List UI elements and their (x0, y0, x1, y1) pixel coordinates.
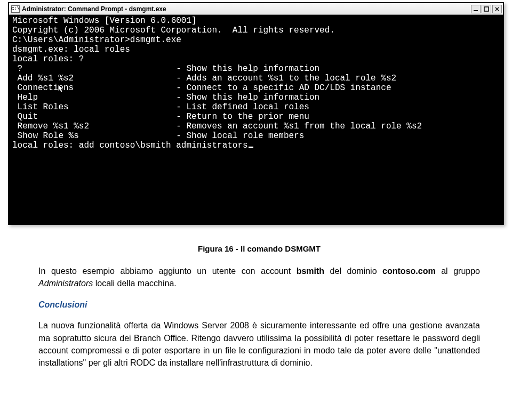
window-control-buttons (471, 5, 502, 13)
svg-rect-1 (484, 7, 489, 11)
close-button[interactable] (492, 5, 502, 13)
document-content: Figura 16 - Il comando DSMGMT In questo … (21, 225, 491, 395)
minimize-button[interactable] (471, 5, 481, 13)
window-titlebar[interactable]: C:\ Administrator: Command Prompt - dsmg… (9, 3, 503, 15)
terminal-line: List Roles - List defined local roles (12, 102, 500, 112)
terminal-line: Help - Show this help information (12, 93, 500, 102)
app-icon: C:\ (11, 5, 20, 13)
terminal-line (12, 169, 500, 179)
terminal-line: local roles: add contoso\bsmith administ… (12, 141, 500, 150)
terminal-line (12, 150, 500, 160)
section-heading-conclusioni: Conclusioni (38, 300, 480, 310)
terminal-line: Quit - Return to the prior menu (12, 112, 500, 122)
text-run: In questo esempio abbiamo aggiunto un ut… (38, 266, 297, 276)
terminal-line: local roles: ? (12, 54, 500, 64)
terminal-line: Connections - Connect to a specific AD D… (12, 83, 391, 93)
terminal-line: Add %s1 %s2 - Adds an account %s1 to the… (12, 74, 500, 83)
group-name: Administrators (38, 279, 93, 288)
text-cursor (249, 147, 253, 148)
terminal-line: Copyright (c) 2006 Microsoft Corporation… (12, 26, 500, 35)
terminal-line (12, 189, 500, 198)
window-title: Administrator: Command Prompt - dsmgmt.e… (22, 5, 471, 13)
terminal-line: Show Role %s - Show local role members (12, 131, 500, 141)
account-name: bsmith (297, 266, 324, 276)
maximize-button[interactable] (482, 5, 491, 13)
terminal-output[interactable]: Microsoft Windows [Version 6.0.6001]Copy… (9, 15, 503, 224)
terminal-line (12, 160, 500, 169)
domain-name: contoso.com (382, 266, 436, 276)
terminal-line: Remove %s1 %s2 - Removes an account %s1 … (12, 122, 500, 131)
figure-caption: Figura 16 - Il comando DSMGMT (38, 244, 480, 253)
terminal-line: dsmgmt.exe: local roles (12, 45, 500, 54)
text-run: locali della macchina. (93, 279, 177, 288)
terminal-line: Microsoft Windows [Version 6.0.6001] (12, 16, 500, 26)
paragraph-example: In questo esempio abbiamo aggiunto un ut… (38, 265, 480, 289)
terminal-line: ? - Show this help information (12, 64, 500, 74)
text-run: del dominio (324, 266, 382, 276)
text-run: al gruppo (436, 266, 480, 276)
terminal-line: C:\Users\Administrator>dsmgmt.exe (12, 35, 500, 45)
svg-rect-0 (474, 10, 478, 11)
command-prompt-window: C:\ Administrator: Command Prompt - dsmg… (8, 2, 504, 225)
paragraph-conclusions: La nuova funzionalità offerta da Windows… (38, 319, 480, 369)
terminal-line (12, 179, 500, 189)
